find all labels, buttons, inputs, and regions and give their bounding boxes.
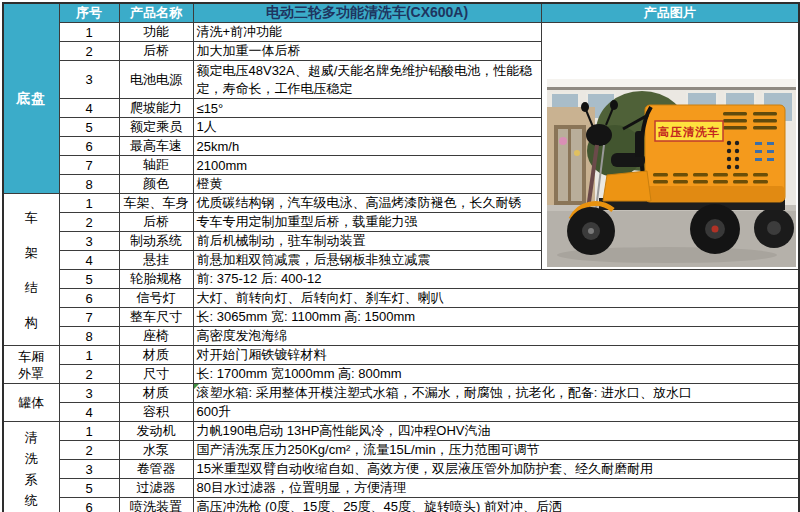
section-label-cover: 车厢外罩 [3, 346, 59, 384]
spec-cell: 15米重型双臂自动收缩自如、高效方便，双层液压管外加防护套、经久耐磨耐用 [193, 460, 799, 479]
name-cell: 发动机 [119, 422, 193, 441]
section-label-tank: 罐体 [3, 384, 59, 422]
seq-cell: 5 [59, 479, 119, 498]
name-cell: 整车尺寸 [119, 308, 193, 327]
spec-cell: 长: 1700mm 宽1000mm 高: 800mm [193, 365, 799, 384]
name-cell: 后桥 [119, 42, 193, 61]
seq-cell: 7 [59, 308, 119, 327]
seq-cell: 1 [59, 422, 119, 441]
name-cell: 最高车速 [119, 137, 193, 156]
name-cell: 材质 [119, 346, 193, 365]
error-marker [194, 384, 199, 389]
spec-cell: 清洗+前冲功能 [193, 23, 541, 42]
spec-cell: 国产清洗泵压力250Kg/cm²，流量15L/min，压力范围可调节 [193, 441, 799, 460]
spec-cell: 力帆190电启动 13HP高性能风冷，四冲程OHV汽油 [193, 422, 799, 441]
spec-cell: 前: 375-12 后: 400-12 [193, 270, 799, 289]
product-photo-cell: 高压清洗车 [541, 23, 799, 270]
spec-cell: 前悬加粗双筒减震，后悬钢板非独立减震 [193, 251, 541, 270]
spec-cell: 橙黄 [193, 175, 541, 194]
seq-cell: 4 [59, 99, 119, 118]
seq-cell: 3 [59, 384, 119, 403]
seq-cell: 6 [59, 289, 119, 308]
name-cell: 轮胎规格 [119, 270, 193, 289]
name-cell: 轴距 [119, 156, 193, 175]
name-cell: 尺寸 [119, 365, 193, 384]
column-header-image: 产品图片 [541, 3, 799, 23]
spec-cell: ≤15° [193, 99, 541, 118]
name-cell: 车架、车身 [119, 194, 193, 213]
product-spec-table: 底盘 序号 产品名称 电动三轮多功能清洗车(CX600A) 产品图片 1 功能 … [2, 2, 800, 512]
name-cell: 电池电源 [119, 61, 193, 99]
name-cell: 额定乘员 [119, 118, 193, 137]
spec-cell: 对开始门厢铁镀锌材料 [193, 346, 799, 365]
seq-cell: 6 [59, 137, 119, 156]
spec-cell: 滚塑水箱: 采用整体开模注塑式水箱，不漏水，耐腐蚀，抗老化，配备: 进水口、放水… [193, 384, 799, 403]
name-cell: 卷管器 [119, 460, 193, 479]
seq-cell: 2 [59, 365, 119, 384]
spec-cell: 2100mm [193, 156, 541, 175]
seq-cell: 2 [59, 213, 119, 232]
seq-cell: 3 [59, 460, 119, 479]
spec-cell: 大灯、前转向灯、后转向灯、刹车灯、喇叭 [193, 289, 799, 308]
column-header-seq: 序号 [59, 3, 119, 23]
seq-cell: 7 [59, 156, 119, 175]
name-cell: 功能 [119, 23, 193, 42]
name-cell: 颜色 [119, 175, 193, 194]
spec-cell: 额定电压48V32A、超威/天能名牌免维护铅酸电池，性能稳定，寿命长，工作电压稳… [193, 61, 541, 99]
name-cell: 爬坡能力 [119, 99, 193, 118]
seq-cell: 6 [59, 498, 119, 512]
seq-cell: 2 [59, 441, 119, 460]
spec-cell: 专车专用定制加重型后桥，载重能力强 [193, 213, 541, 232]
seq-cell: 5 [59, 270, 119, 289]
column-header-name: 产品名称 [119, 3, 193, 23]
headlight-cluster [586, 124, 612, 146]
spec-cell: 1人 [193, 118, 541, 137]
vehicle-sign-text: 高压清洗车 [657, 126, 720, 138]
name-cell: 材质 [119, 384, 193, 403]
section-label-frame: 车架结构 [3, 194, 59, 346]
table-title: 电动三轮多功能清洗车(CX600A) [193, 3, 541, 23]
spec-cell: 600升 [193, 403, 799, 422]
seq-cell: 1 [59, 346, 119, 365]
seq-cell: 2 [59, 42, 119, 61]
spec-cell: 高压冲洗枪 (0度、15度、25度、45度、旋转喷头) 前对冲、后洒 [193, 498, 799, 512]
spec-cell: 25km/h [193, 137, 541, 156]
name-cell: 水泵 [119, 441, 193, 460]
floor-panel [603, 171, 651, 201]
name-cell: 制动系统 [119, 232, 193, 251]
seq-cell: 5 [59, 118, 119, 137]
name-cell: 容积 [119, 403, 193, 422]
seq-cell: 3 [59, 232, 119, 251]
name-cell: 过滤器 [119, 479, 193, 498]
section-label-washing: 清洗系统 [3, 422, 59, 512]
spec-cell: 80目水过滤器，位置明显，方便清理 [193, 479, 799, 498]
seq-cell: 1 [59, 23, 119, 42]
spec-cell: 优质碳结构钢，汽车级电泳、高温烤漆防褪色，长久耐锈 [193, 194, 541, 213]
seq-cell: 8 [59, 175, 119, 194]
seq-cell: 3 [59, 61, 119, 99]
seq-cell: 4 [59, 251, 119, 270]
seq-cell: 1 [59, 194, 119, 213]
spec-cell: 前后机械制动，驻车制动装置 [193, 232, 541, 251]
name-cell: 喷洗装置 [119, 498, 193, 512]
name-cell: 悬挂 [119, 251, 193, 270]
name-cell: 后桥 [119, 213, 193, 232]
section-label-chassis: 底盘 [3, 3, 59, 194]
seq-cell: 8 [59, 327, 119, 346]
spec-cell: 高密度发泡海绵 [193, 327, 799, 346]
spec-cell: 长: 3065mm 宽: 1100mm 高: 1500mm [193, 308, 799, 327]
spec-cell: 加大加重一体后桥 [193, 42, 541, 61]
name-cell: 座椅 [119, 327, 193, 346]
seq-cell: 4 [59, 403, 119, 422]
name-cell: 信号灯 [119, 289, 193, 308]
product-photo: 高压清洗车 [547, 79, 796, 267]
